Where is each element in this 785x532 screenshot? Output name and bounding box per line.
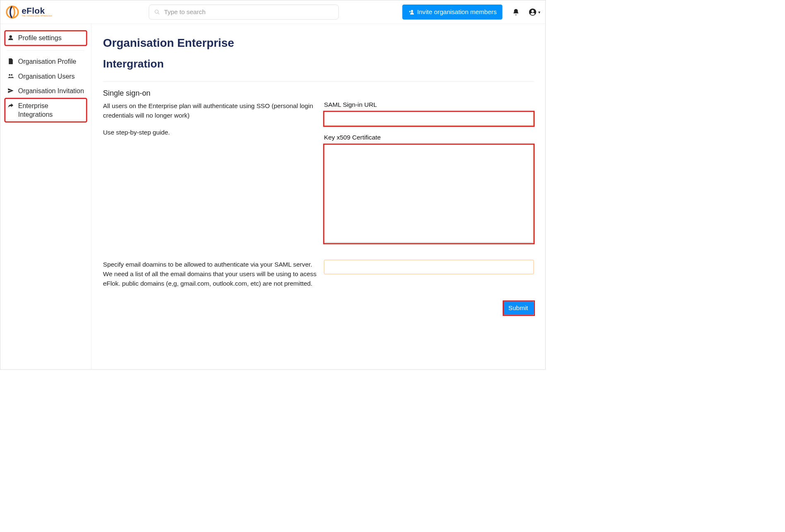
submit-row: Submit (103, 301, 534, 315)
svg-point-1 (155, 10, 158, 13)
users-icon (7, 73, 14, 79)
sidebar-item-label: Profile settings (18, 34, 62, 43)
bell-icon (512, 8, 520, 16)
user-plus-icon (408, 9, 414, 15)
saml-url-input[interactable] (324, 111, 534, 126)
submit-button[interactable]: Submit (503, 301, 534, 315)
file-icon (7, 58, 14, 64)
cert-textarea[interactable] (324, 144, 534, 243)
sidebar-item-organisation-invitation[interactable]: Organisation Invitation (5, 84, 87, 98)
sidebar: Profile settings Organisation Profile (0, 24, 92, 370)
sidebar-item-label: Organisation Users (18, 72, 75, 81)
section-divider (103, 82, 534, 82)
user-outline-icon (7, 34, 14, 41)
body: Profile settings Organisation Profile (0, 24, 545, 370)
cert-label: Key x509 Certificate (324, 134, 534, 141)
paper-plane-icon (7, 87, 14, 94)
domains-row: Specify email doamins to be allowed to a… (103, 260, 534, 289)
user-menu[interactable]: ▾ (528, 7, 540, 16)
sso-description: All users on the Enterprise plan will au… (103, 101, 322, 120)
domains-help-text: Specify email doamins to be allowed to a… (103, 260, 322, 289)
sidebar-item-label: Organisation Profile (18, 57, 76, 66)
globe-logo-icon (5, 5, 19, 19)
sidebar-item-enterprise-integrations[interactable]: Enterprise Integrations (5, 99, 87, 122)
page-title: Organisation Enterprise (103, 36, 534, 49)
cert-field: Key x509 Certificate (324, 134, 534, 243)
sidebar-divider (7, 50, 84, 51)
search-wrap (149, 5, 339, 19)
svg-point-4 (9, 74, 10, 76)
brand-tagline: The Collaborative Whiteboard (22, 14, 52, 17)
sidebar-item-profile-settings[interactable]: Profile settings (5, 31, 87, 45)
search-box[interactable] (149, 5, 339, 19)
saml-url-label: SAML Sign-in URL (324, 101, 534, 108)
invite-members-button[interactable]: Invite organisation members (402, 5, 502, 19)
search-icon (154, 9, 160, 15)
svg-line-2 (158, 13, 159, 14)
invite-members-label: Invite organisation members (417, 8, 497, 16)
app-frame: eFlok The Collaborative Whiteboard Invit… (0, 0, 546, 370)
saml-url-field: SAML Sign-in URL (324, 101, 534, 126)
caret-down-icon: ▾ (538, 10, 540, 14)
sso-heading: Single sign-on (103, 89, 534, 98)
user-circle-icon (528, 7, 537, 16)
share-icon (7, 102, 14, 108)
topbar: eFlok The Collaborative Whiteboard Invit… (0, 0, 545, 24)
svg-point-5 (11, 74, 12, 76)
sidebar-item-organisation-users[interactable]: Organisation Users (5, 69, 87, 84)
svg-point-0 (7, 6, 18, 18)
sidebar-item-label: Enterprise Integrations (18, 101, 84, 119)
page-subtitle: Intergration (103, 58, 534, 70)
sso-two-col: All users on the Enterprise plan will au… (103, 101, 534, 252)
sidebar-item-organisation-profile[interactable]: Organisation Profile (5, 54, 87, 69)
brand-name: eFlok (22, 6, 45, 16)
main-content: Organisation Enterprise Intergration Sin… (92, 24, 545, 370)
sidebar-item-label: Organisation Invitation (18, 87, 84, 96)
search-input[interactable] (164, 8, 333, 16)
svg-point-3 (10, 36, 12, 38)
brand-logo[interactable]: eFlok The Collaborative Whiteboard (5, 5, 57, 19)
sso-guide-text: Use step-by-step guide. (103, 128, 322, 137)
notifications-button[interactable] (511, 7, 521, 17)
domains-input[interactable] (324, 260, 534, 274)
